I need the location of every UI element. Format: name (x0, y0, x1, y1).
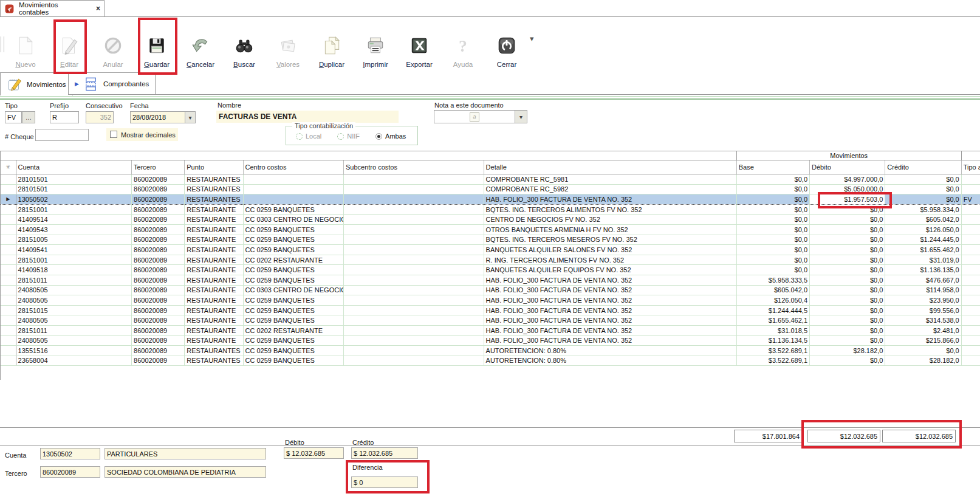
cell-detalle[interactable]: COMPROBANTE RC_5981 (484, 174, 736, 185)
cell-credito[interactable]: $114.958,0 (885, 285, 961, 295)
cell-tercero[interactable]: 860020089 (132, 215, 185, 225)
cell-punto[interactable]: RESTAURANTES (185, 356, 243, 366)
cell-debito[interactable]: $0,0 (810, 235, 885, 245)
toolbar-button-cerrar[interactable]: Cerrar (485, 18, 529, 69)
cell-debito[interactable]: $0,0 (810, 204, 885, 215)
cell-centro-costos[interactable]: CC 0259 BANQUETES (243, 305, 343, 315)
cell-tipo-an[interactable] (961, 184, 980, 194)
cell-cuenta[interactable]: 28151011 (16, 275, 132, 285)
cell-tipo-an[interactable] (961, 235, 980, 245)
toolbar-button-editar[interactable]: Editar (47, 18, 91, 69)
cell-punto[interactable]: RESTAURANTES (185, 194, 243, 205)
cell-debito[interactable]: $0,0 (810, 356, 885, 366)
cell-tercero[interactable]: 860020089 (132, 245, 185, 255)
cell-detalle[interactable]: BANQUETES ALQUILER SALONES FV NO. 352 (484, 245, 736, 255)
cell-tipo-an[interactable] (961, 295, 980, 306)
cell-credito[interactable]: $28.182,0 (885, 356, 961, 366)
cell-credito[interactable]: $605.042,0 (885, 215, 961, 225)
cell-cuenta[interactable]: 41409541 (16, 245, 132, 255)
cell-punto[interactable]: RESTAURANTE (185, 215, 243, 225)
cell-subcentro-costos[interactable] (343, 285, 484, 295)
cell-punto[interactable]: RESTAURANTE (185, 204, 243, 215)
cell-debito[interactable]: $0,0 (810, 255, 885, 265)
cell-base[interactable]: $1.655.462,1 (736, 315, 809, 326)
cell-debito[interactable]: $0,0 (810, 295, 885, 306)
cell-tipo-an[interactable] (961, 224, 980, 235)
cell-base[interactable]: $0,0 (736, 194, 809, 205)
cell-centro-costos[interactable]: CC 0259 BANQUETES (243, 204, 343, 215)
cell-detalle[interactable]: HAB. FOLIO_300 FACTURA DE VENTA NO. 352 (484, 275, 736, 285)
cell-debito[interactable]: $0,0 (810, 275, 885, 285)
cell-base[interactable]: $3.522.689,1 (736, 356, 809, 366)
footer-tercero-code-field[interactable] (40, 466, 100, 478)
footer-cuenta-name-field[interactable] (105, 448, 266, 459)
cell-punto[interactable]: RESTAURANTES (185, 174, 243, 185)
toolbar-button-ayuda[interactable]: ?Ayuda (441, 18, 485, 69)
cell-tercero[interactable]: 860020089 (132, 265, 185, 275)
cell-subcentro-costos[interactable] (343, 356, 484, 366)
cell-cuenta[interactable]: 24080505 (16, 285, 132, 295)
cell-subcentro-costos[interactable] (343, 346, 484, 356)
column-header-centro-costos[interactable]: Centro costos (243, 160, 343, 174)
cell-subcentro-costos[interactable] (343, 255, 484, 265)
cell-credito[interactable]: $126.050,0 (885, 224, 961, 235)
toolbar-button-exportar[interactable]: Exportar (397, 18, 441, 69)
cell-cuenta[interactable]: 13050502 (16, 194, 132, 205)
cell-punto[interactable]: RESTAURANTE (185, 245, 243, 255)
cell-tercero[interactable]: 860020089 (132, 255, 185, 265)
cell-tercero[interactable]: 860020089 (132, 194, 185, 205)
cell-tipo-an[interactable] (961, 265, 980, 275)
cell-centro-costos[interactable]: CC 0259 BANQUETES (243, 275, 343, 285)
radio-ambas[interactable]: Ambas (375, 132, 406, 140)
cell-cuenta[interactable]: 13551516 (16, 346, 132, 356)
toolbar-button-valores[interactable]: Valores (266, 18, 310, 69)
cell-detalle[interactable]: R. ING. TERCEROS ALIMENTOS FV NO. 352 (484, 255, 736, 265)
cell-credito[interactable]: $0,0 (885, 174, 961, 185)
cell-tipo-an[interactable] (961, 335, 980, 346)
cell-base[interactable]: $0,0 (736, 215, 809, 225)
cell-tercero[interactable]: 860020089 (132, 346, 185, 356)
cell-centro-costos[interactable] (243, 194, 343, 205)
cell-tipo-an[interactable] (961, 346, 980, 356)
cell-tercero[interactable]: 860020089 (132, 224, 185, 235)
cell-punto[interactable]: RESTAURANTE (185, 305, 243, 315)
cell-cuenta[interactable]: 28101501 (16, 184, 132, 194)
cell-base[interactable]: $126.050,4 (736, 295, 809, 306)
cell-credito[interactable]: $23.950,0 (885, 295, 961, 306)
cell-detalle[interactable]: HAB. FOLIO_300 FACTURA DE VENTA NO. 352 (484, 335, 736, 346)
cell-subcentro-costos[interactable] (343, 204, 484, 215)
cell-centro-costos[interactable]: CC 0259 BANQUETES (243, 265, 343, 275)
cell-detalle[interactable]: HAB. FOLIO_300 FACTURA DE VENTA NO. 352 (484, 194, 736, 205)
cell-tipo-an[interactable]: FV (961, 194, 980, 205)
cell-subcentro-costos[interactable] (343, 265, 484, 275)
cell-tipo-an[interactable] (961, 204, 980, 215)
column-header-detalle[interactable]: Detalle (484, 160, 736, 174)
radio-niif[interactable]: NIIF (337, 132, 360, 140)
cell-base[interactable]: $3.522.689,1 (736, 346, 809, 356)
cell-detalle[interactable]: CENTRO DE NEGOCIOS FV NO. 352 (484, 215, 736, 225)
column-header-tercero[interactable]: Tercero (132, 160, 185, 174)
cell-base[interactable]: $0,0 (736, 224, 809, 235)
cell-centro-costos[interactable]: CC 0259 BANQUETES (243, 335, 343, 346)
cell-tercero[interactable]: 860020089 (132, 204, 185, 215)
cell-credito[interactable]: $0,0 (885, 184, 961, 194)
cell-debito[interactable]: $0,0 (810, 215, 885, 225)
cell-base[interactable]: $0,0 (736, 184, 809, 194)
cell-subcentro-costos[interactable] (343, 245, 484, 255)
cell-tercero[interactable]: 860020089 (132, 174, 185, 185)
cell-tercero[interactable]: 860020089 (132, 235, 185, 245)
cell-cuenta[interactable]: 41409514 (16, 215, 132, 225)
nota-dropdown-icon[interactable]: ▾ (515, 110, 527, 123)
column-header-tipo-an[interactable]: Tipo an (961, 160, 980, 174)
footer-cuenta-code-field[interactable] (40, 448, 100, 459)
cell-debito[interactable]: $4.997.000,0 (810, 174, 885, 185)
cell-debito[interactable]: $0,0 (810, 265, 885, 275)
cell-cuenta[interactable]: 28101501 (16, 174, 132, 185)
cell-debito[interactable]: $0,0 (810, 285, 885, 295)
cell-centro-costos[interactable]: CC 0202 RESTAURANTE (243, 255, 343, 265)
cell-credito[interactable]: $5.958.334,0 (885, 204, 961, 215)
prefijo-input[interactable] (50, 111, 79, 123)
cell-debito[interactable]: $5.050.000,0 (810, 184, 885, 194)
cell-detalle[interactable]: HAB. FOLIO_300 FACTURA DE VENTA NO. 352 (484, 285, 736, 295)
cell-tipo-an[interactable] (961, 174, 980, 185)
